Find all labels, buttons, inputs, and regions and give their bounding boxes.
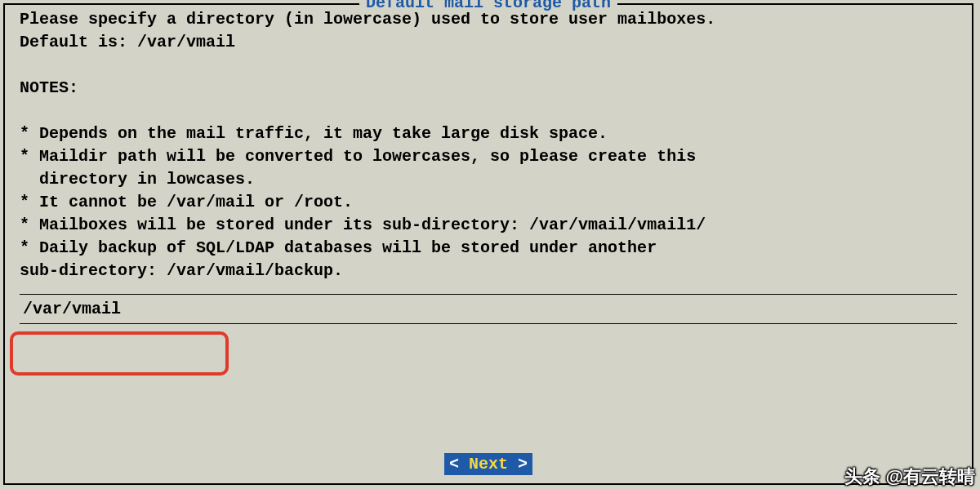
button-text-ext: ext [479, 455, 508, 473]
dialog-frame: Default mail storage path Please specify… [3, 3, 973, 485]
button-bracket-close: > [508, 455, 528, 473]
input-area [20, 294, 957, 324]
button-bracket-open: < [449, 455, 469, 473]
next-button[interactable]: < Next > [444, 453, 532, 475]
mail-storage-path-input[interactable] [21, 300, 956, 318]
button-row: < Next > [5, 453, 972, 475]
dialog-body-text: Please specify a directory (in lowercase… [5, 5, 972, 282]
dialog-title: Default mail storage path [359, 0, 617, 12]
button-accel-n: N [469, 455, 479, 473]
